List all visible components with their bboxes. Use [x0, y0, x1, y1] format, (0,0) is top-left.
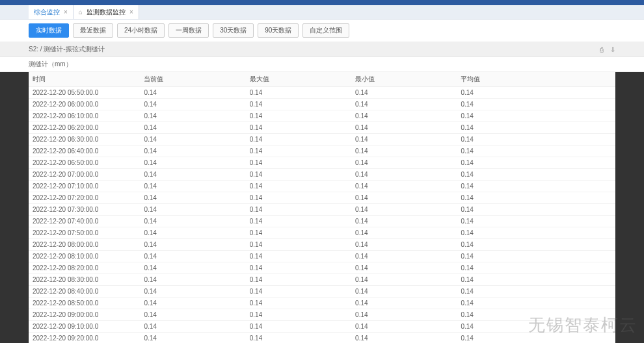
table-row: 2022-12-20 06:30:00.00.140.140.140.14	[29, 134, 615, 146]
cell-avg: 0.14	[457, 204, 615, 216]
cell-max: 0.14	[246, 169, 351, 181]
cell-avg: 0.14	[457, 110, 615, 122]
app-topbar	[0, 0, 644, 5]
cell-current: 0.14	[140, 110, 245, 122]
cell-avg: 0.14	[457, 192, 615, 204]
table-row: 2022-12-20 08:40:00.00.140.140.140.14	[29, 286, 615, 298]
cell-time: 2022-12-20 09:10:00.0	[29, 321, 140, 333]
table-row: 2022-12-20 06:20:00.00.140.140.140.14	[29, 122, 615, 134]
data-table: 时间 当前值 最大值 最小值 平均值 2022-12-20 05:50:00.0…	[29, 72, 615, 343]
cell-time: 2022-12-20 08:30:00.0	[29, 274, 140, 286]
cell-min: 0.14	[351, 134, 457, 146]
cell-max: 0.14	[246, 134, 351, 146]
cell-max: 0.14	[246, 181, 351, 192]
close-icon[interactable]: ×	[129, 8, 133, 16]
data-table-container[interactable]: 时间 当前值 最大值 最小值 平均值 2022-12-20 05:50:00.0…	[29, 72, 615, 343]
24h-button[interactable]: 24小时数据	[117, 23, 165, 38]
realtime-button[interactable]: 实时数据	[29, 23, 69, 38]
cell-time: 2022-12-20 06:10:00.0	[29, 110, 140, 122]
cell-time: 2022-12-20 07:30:00.0	[29, 204, 140, 216]
cell-current: 0.14	[140, 87, 245, 99]
breadcrumb-row: S2: / 测缝计-振弦式测缝计 ⎙ ⇩	[0, 42, 644, 57]
cell-min: 0.14	[351, 333, 457, 344]
cell-time: 2022-12-20 09:00:00.0	[29, 309, 140, 321]
cell-min: 0.14	[351, 216, 457, 227]
cell-current: 0.14	[140, 239, 245, 251]
table-row: 2022-12-20 08:50:00.00.140.140.140.14	[29, 298, 615, 309]
cell-time: 2022-12-20 08:20:00.0	[29, 262, 140, 274]
tab-monitor-data[interactable]: ⌂ 监测数据监控 ×	[74, 5, 139, 19]
cell-min: 0.14	[351, 87, 457, 99]
cell-avg: 0.14	[457, 169, 615, 181]
cell-avg: 0.14	[457, 181, 615, 192]
30d-button[interactable]: 30天数据	[213, 23, 254, 38]
tab-overview[interactable]: 综合监控 ×	[29, 5, 74, 19]
breadcrumb: S2: / 测缝计-振弦式测缝计	[29, 45, 105, 54]
cell-min: 0.14	[351, 146, 457, 157]
cell-avg: 0.14	[457, 239, 615, 251]
close-icon[interactable]: ×	[64, 8, 68, 16]
cell-min: 0.14	[351, 309, 457, 321]
table-row: 2022-12-20 07:50:00.00.140.140.140.14	[29, 227, 615, 239]
cell-max: 0.14	[246, 192, 351, 204]
table-row: 2022-12-20 07:20:00.00.140.140.140.14	[29, 192, 615, 204]
cell-min: 0.14	[351, 227, 457, 239]
cell-min: 0.14	[351, 274, 457, 286]
app-tabs: 综合监控 × ⌂ 监测数据监控 ×	[0, 5, 644, 19]
cell-min: 0.14	[351, 122, 457, 134]
cell-max: 0.14	[246, 239, 351, 251]
cell-min: 0.14	[351, 157, 457, 169]
cell-avg: 0.14	[457, 87, 615, 99]
table-row: 2022-12-20 07:40:00.00.140.140.140.14	[29, 216, 615, 227]
cell-time: 2022-12-20 06:00:00.0	[29, 99, 140, 110]
cell-avg: 0.14	[457, 274, 615, 286]
cell-time: 2022-12-20 07:00:00.0	[29, 169, 140, 181]
cell-current: 0.14	[140, 146, 245, 157]
table-row: 2022-12-20 06:40:00.00.140.140.140.14	[29, 146, 615, 157]
print-icon[interactable]: ⎙	[600, 46, 604, 53]
cell-min: 0.14	[351, 99, 457, 110]
export-icon[interactable]: ⇩	[610, 46, 615, 53]
recent-button[interactable]: 最近数据	[73, 23, 113, 38]
table-header-row: 时间 当前值 最大值 最小值 平均值	[29, 72, 615, 87]
cell-current: 0.14	[140, 157, 245, 169]
cell-avg: 0.14	[457, 134, 615, 146]
table-row: 2022-12-20 06:10:00.00.140.140.140.14	[29, 110, 615, 122]
unit-subheader: 测缝计（mm）	[0, 57, 644, 72]
cell-avg: 0.14	[457, 251, 615, 262]
cell-max: 0.14	[246, 298, 351, 309]
cell-avg: 0.14	[457, 99, 615, 110]
custom-range-button[interactable]: 自定义范围	[302, 23, 349, 38]
cell-min: 0.14	[351, 192, 457, 204]
cell-max: 0.14	[246, 321, 351, 333]
home-icon: ⌂	[79, 8, 83, 16]
cell-min: 0.14	[351, 262, 457, 274]
table-row: 2022-12-20 08:30:00.00.140.140.140.14	[29, 274, 615, 286]
cell-avg: 0.14	[457, 309, 615, 321]
cell-max: 0.14	[246, 309, 351, 321]
cell-max: 0.14	[246, 216, 351, 227]
cell-max: 0.14	[246, 251, 351, 262]
cell-min: 0.14	[351, 321, 457, 333]
cell-min: 0.14	[351, 251, 457, 262]
cell-time: 2022-12-20 06:30:00.0	[29, 134, 140, 146]
cell-current: 0.14	[140, 122, 245, 134]
cell-time: 2022-12-20 08:10:00.0	[29, 251, 140, 262]
cell-max: 0.14	[246, 110, 351, 122]
cell-time: 2022-12-20 05:50:00.0	[29, 87, 140, 99]
cell-max: 0.14	[246, 204, 351, 216]
cell-avg: 0.14	[457, 333, 615, 344]
cell-time: 2022-12-20 06:20:00.0	[29, 122, 140, 134]
cell-avg: 0.14	[457, 286, 615, 298]
cell-max: 0.14	[246, 99, 351, 110]
cell-time: 2022-12-20 08:50:00.0	[29, 298, 140, 309]
week-button[interactable]: 一周数据	[168, 23, 209, 38]
cell-max: 0.14	[246, 157, 351, 169]
cell-time: 2022-12-20 07:20:00.0	[29, 192, 140, 204]
cell-time: 2022-12-20 08:40:00.0	[29, 286, 140, 298]
table-row: 2022-12-20 07:10:00.00.140.140.140.14	[29, 181, 615, 192]
90d-button[interactable]: 90天数据	[258, 23, 299, 38]
cell-min: 0.14	[351, 286, 457, 298]
table-row: 2022-12-20 07:30:00.00.140.140.140.14	[29, 204, 615, 216]
table-row: 2022-12-20 08:20:00.00.140.140.140.14	[29, 262, 615, 274]
